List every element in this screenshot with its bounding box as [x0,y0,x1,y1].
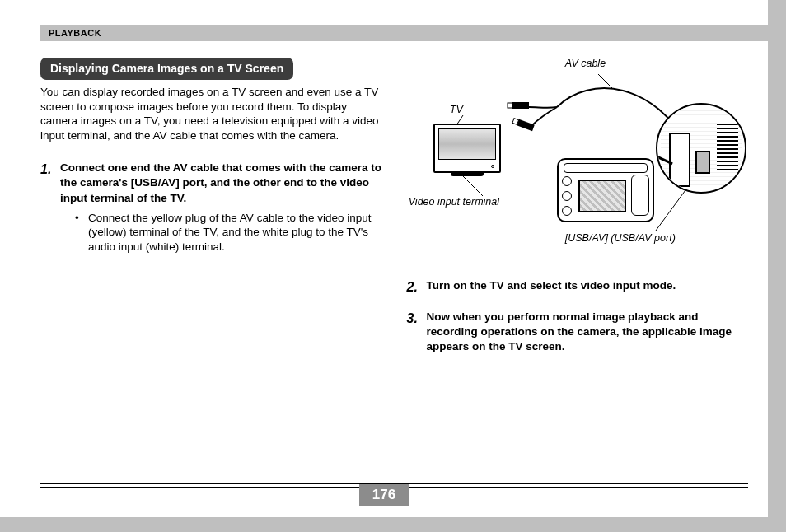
step-3-title: Now when you perform normal image playba… [427,310,749,355]
label-av-cable: AV cable [565,58,606,69]
svg-rect-3 [512,119,519,125]
section-header-bar: PLAYBACK [40,25,768,41]
step-1-number: 1. [40,161,55,179]
bullet-dot-icon: • [75,211,82,254]
connection-diagram: AV cable TV Video input terminal [USB/AV… [409,58,746,255]
page-number: 176 [359,484,409,506]
svg-rect-2 [517,119,535,131]
svg-line-6 [598,74,613,89]
label-video-input: Video input terminal [409,196,499,208]
step-2: 2. Turn on the TV and select its video i… [407,278,749,296]
topic-heading: Displaying Camera Images on a TV Screen [40,58,293,80]
label-usb-av-port: [USB/AV] (USB/AV port) [565,232,676,244]
section-header-text: PLAYBACK [49,28,101,38]
step-2-title: Turn on the TV and select its video inpu… [427,278,676,293]
step-3: 3. Now when you perform normal image pla… [407,310,749,355]
step-1-bullet-1-text: Connect the yellow plug of the AV cable … [88,211,382,254]
left-column: Displaying Camera Images on a TV Screen … [40,58,382,451]
page-edge-bottom [0,517,786,532]
content-columns: Displaying Camera Images on a TV Screen … [40,58,748,451]
step-1-title: Connect one end the AV cable that comes … [60,161,382,206]
step-2-number: 2. [407,278,422,296]
svg-rect-0 [512,102,529,109]
svg-rect-1 [508,103,512,108]
page: PLAYBACK Displaying Camera Images on a T… [0,0,768,517]
step-1: 1. Connect one end the AV cable that com… [40,161,382,254]
camera-icon [557,158,654,222]
label-tv: TV [450,104,463,115]
step-1-bullet-1: • Connect the yellow plug of the AV cabl… [60,211,382,254]
right-column: AV cable TV Video input terminal [USB/AV… [407,58,749,451]
step-3-number: 3. [407,310,422,328]
page-edge-right [768,0,786,532]
tv-icon [433,124,501,173]
intro-paragraph: You can display recorded images on a TV … [40,85,382,142]
closeup-circle-icon [656,103,746,194]
